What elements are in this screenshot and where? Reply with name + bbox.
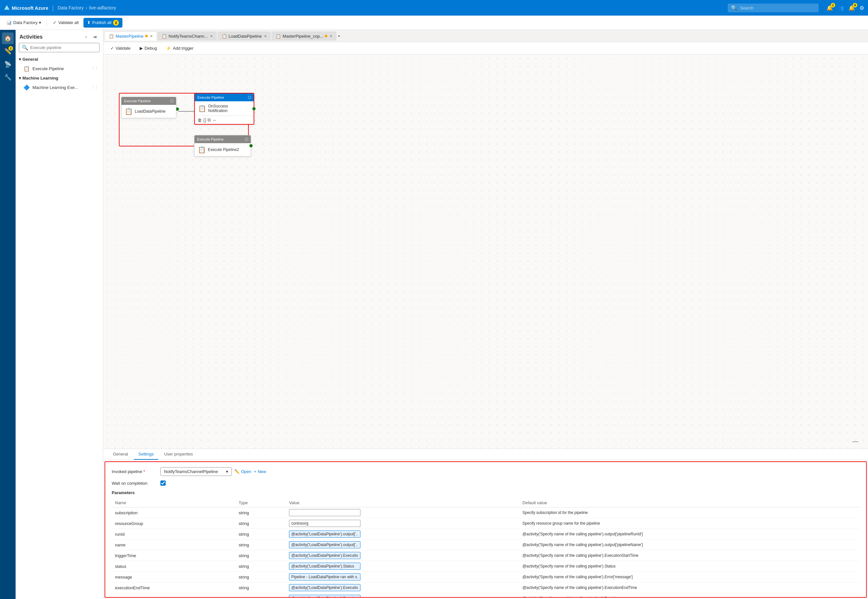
param-input-subscription[interactable] [289, 509, 360, 516]
node3-expand-icon[interactable]: ⬡ [245, 137, 248, 141]
col-default: Default value [519, 498, 860, 507]
ml-execute-item[interactable]: 🔷 Machine Learning Exe... ⋮⋮ [16, 83, 103, 93]
node1-icon: 📋 [125, 107, 133, 115]
search-box[interactable]: 🔍 [728, 4, 819, 12]
settings-icon[interactable]: ⚙ [860, 5, 864, 11]
validate-check-icon: ✓ [110, 46, 114, 51]
search-input[interactable] [740, 6, 815, 11]
tab-load-close[interactable]: ✕ [264, 35, 267, 38]
tab-notify[interactable]: 📋 NotifyTeamsChann... ✕ [157, 32, 217, 41]
tab-user-properties[interactable]: User properties [160, 449, 197, 460]
param-value-cell-resourceGroup[interactable] [286, 518, 519, 529]
sidebar-icons: 🏠 ✏️ 2 📡 🔧 [0, 30, 16, 599]
param-input-triggerTime[interactable] [289, 552, 360, 559]
search-activities-box[interactable]: 🔍 [19, 43, 100, 52]
node1-expand-icon[interactable]: ⬡ [170, 99, 173, 103]
copy-icon[interactable]: ⧉ [208, 117, 211, 123]
tab-master-cop[interactable]: 📋 MasterPipeline_cop... ✕ [271, 32, 336, 41]
people-icon[interactable]: 👥 [838, 5, 844, 11]
param-value-cell-message[interactable] [286, 572, 519, 582]
instance-name[interactable]: live-adfactory [89, 5, 116, 11]
tab-settings[interactable]: Settings [134, 449, 158, 460]
drag-icon: ⋮⋮ [91, 66, 98, 71]
notification-icon[interactable]: 🔔 1 [826, 5, 833, 11]
service-name[interactable]: Data Factory [57, 5, 83, 11]
code-icon[interactable]: {} [203, 117, 206, 123]
param-type-runId: string [235, 529, 286, 540]
pencil-icon[interactable]: ✏️ 2 [2, 45, 14, 57]
tab-load[interactable]: 📋 LoadDataPipeline ✕ [218, 32, 271, 41]
zoom-control[interactable]: — [852, 438, 858, 445]
tab-dot [145, 35, 148, 37]
tab-master-pipeline[interactable]: 📋 MasterPipeline ✕ [105, 32, 157, 41]
param-value-cell-executionEndTime[interactable] [286, 582, 519, 593]
monitor-icon[interactable]: 📡 [2, 59, 14, 70]
param-value-cell-subscription[interactable] [286, 507, 519, 518]
param-row-status: status string @activity('Specify name of… [112, 561, 860, 572]
tab-master-label: MasterPipeline [116, 34, 143, 39]
param-row-runId: runId string @activity('Specify name of … [112, 529, 860, 540]
param-type-triggerTime: string [235, 550, 286, 561]
param-type-executionEndTime: string [235, 582, 286, 593]
top-nav-icons: 🔔 1 👥 🔔 8 ⚙ [826, 5, 864, 11]
publish-all-button[interactable]: ⬆ Publish all 2 [83, 18, 122, 28]
node-execute-pipeline2[interactable]: Execute Pipeline ⬡ 📋 Execute Pipeline2 [194, 135, 251, 157]
param-input-resourceGroup[interactable] [289, 520, 360, 527]
tab-cop-close[interactable]: ✕ [330, 35, 332, 38]
param-value-cell-triggerTime[interactable] [286, 550, 519, 561]
param-input-runDuration[interactable] [289, 595, 360, 598]
debug-label: Debug [145, 46, 157, 51]
invoked-pipeline-dropdown[interactable]: NotifyTeamsChannelPipeline ▾ [160, 467, 232, 476]
home-icon[interactable]: 🏠 [2, 33, 14, 44]
tab-expand-icon[interactable]: ▸ [338, 34, 340, 38]
param-input-status[interactable] [289, 563, 360, 570]
param-value-cell-runDuration[interactable] [286, 593, 519, 598]
delete-icon[interactable]: 🗑 [197, 117, 202, 123]
node-on-success[interactable]: Execute Pipeline ⬡ 📋 OnSuccessNotificati… [194, 93, 254, 125]
add-trigger-button[interactable]: ⚡ Add trigger [163, 44, 197, 52]
general-section-header[interactable]: ▾ General [16, 55, 103, 64]
ml-section-header[interactable]: ▾ Machine Learning [16, 74, 103, 83]
invoked-pipeline-label: Invoked pipeline [112, 469, 154, 474]
link-icon[interactable]: ↔ [212, 117, 217, 123]
manage-icon[interactable]: 🔧 [2, 71, 14, 83]
tab-notify-close[interactable]: ✕ [210, 35, 213, 38]
param-input-executionEndTime[interactable] [289, 584, 360, 591]
search-activities-input[interactable] [30, 45, 97, 50]
debug-icon: ▶ [140, 46, 143, 51]
open-pipeline-link[interactable]: ✏️ Open [234, 469, 251, 474]
pipeline-canvas[interactable]: Execute Pipeline ⬡ 📋 LoadDataPipeline Ex… [103, 54, 868, 448]
param-value-cell-status[interactable] [286, 561, 519, 572]
brand-label: Microsoft Azure [4, 5, 48, 11]
param-input-message[interactable] [289, 573, 360, 581]
collapse-icon[interactable]: ‹ [82, 33, 90, 41]
node2-expand-icon[interactable]: ⬡ [248, 95, 251, 100]
general-label: General [23, 57, 38, 62]
node-load-data[interactable]: Execute Pipeline ⬡ 📋 LoadDataPipeline [121, 97, 176, 118]
wait-completion-row: Wait on completion [112, 480, 860, 486]
tab-cop-dot [325, 35, 327, 37]
param-input-runId[interactable] [289, 530, 360, 538]
tab-notify-label: NotifyTeamsChann... [169, 34, 208, 39]
tab-general[interactable]: General [108, 449, 133, 460]
nav-separator: | [52, 5, 54, 11]
param-input-name[interactable] [289, 541, 360, 548]
toolbar-sep-1 [47, 19, 47, 27]
data-factory-nav[interactable]: 📊 Data Factory ▾ [4, 18, 44, 27]
edit-badge: 2 [8, 46, 13, 51]
param-value-cell-name[interactable] [286, 540, 519, 550]
wait-completion-checkbox[interactable] [160, 480, 166, 486]
debug-button[interactable]: ▶ Debug [136, 44, 160, 52]
alert-icon[interactable]: 🔔 8 [848, 5, 855, 11]
param-value-cell-runId[interactable] [286, 529, 519, 540]
param-name-triggerTime: triggerTime [112, 550, 235, 561]
tab-close-btn[interactable]: ✕ [150, 35, 153, 38]
validate-button[interactable]: ✓ Validate [107, 44, 134, 52]
param-name-runDuration: runDuration [112, 593, 235, 598]
expand-icon[interactable]: ≪ [91, 33, 99, 41]
validate-all-button[interactable]: ✓ Validate all [49, 18, 82, 27]
main-layout: 🏠 ✏️ 2 📡 🔧 Activities ‹ ≪ 🔍 ▾ G [0, 30, 868, 599]
new-pipeline-link[interactable]: + New [254, 469, 266, 474]
param-default-status: @activity('Specify name of the calling p… [519, 561, 860, 572]
execute-pipeline-item[interactable]: 📋 Execute Pipeline ⋮⋮ [16, 64, 103, 74]
